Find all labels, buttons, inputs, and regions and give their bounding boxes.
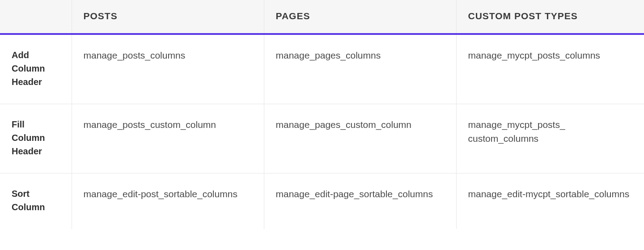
cell-add-pages: manage_pages_columns (264, 34, 456, 104)
cell-add-posts: manage_posts_columns (72, 34, 264, 104)
cell-sort-pages: manage_edit-page_sortable​_columns (264, 173, 456, 229)
table-row: Sort Column manage_edit-post_sortable​_c… (0, 173, 644, 229)
table-header-row: POSTS PAGES CUSTOM POST TYPES (0, 0, 644, 34)
hooks-table: POSTS PAGES CUSTOM POST TYPES Add Column… (0, 0, 644, 229)
table-header-cpt: CUSTOM POST TYPES (456, 0, 644, 34)
table-header-posts: POSTS (72, 0, 264, 34)
table-row: Add Column Header manage_posts_columns m… (0, 34, 644, 104)
cell-sort-posts: manage_edit-post_sortable​_columns (72, 173, 264, 229)
hooks-table-wrapper: POSTS PAGES CUSTOM POST TYPES Add Column… (0, 0, 644, 229)
row-label-sort-column: Sort Column (0, 173, 72, 229)
table-header-pages: PAGES (264, 0, 456, 34)
row-label-add-column-header: Add Column Header (0, 34, 72, 104)
table-header-blank (0, 0, 72, 34)
cell-fill-posts: manage_posts_custom_​column (72, 104, 264, 173)
cell-fill-pages: manage_pages_custom_​column (264, 104, 456, 173)
row-label-fill-column-header: Fill Column Header (0, 104, 72, 173)
cell-sort-cpt: manage_edit-mycpt_​sortable_columns (456, 173, 644, 229)
table-row: Fill Column Header manage_posts_custom_​… (0, 104, 644, 173)
cell-add-cpt: manage_mycpt_posts_​columns (456, 34, 644, 104)
cell-fill-cpt: manage_mycpt_posts_​custom_columns (456, 104, 644, 173)
